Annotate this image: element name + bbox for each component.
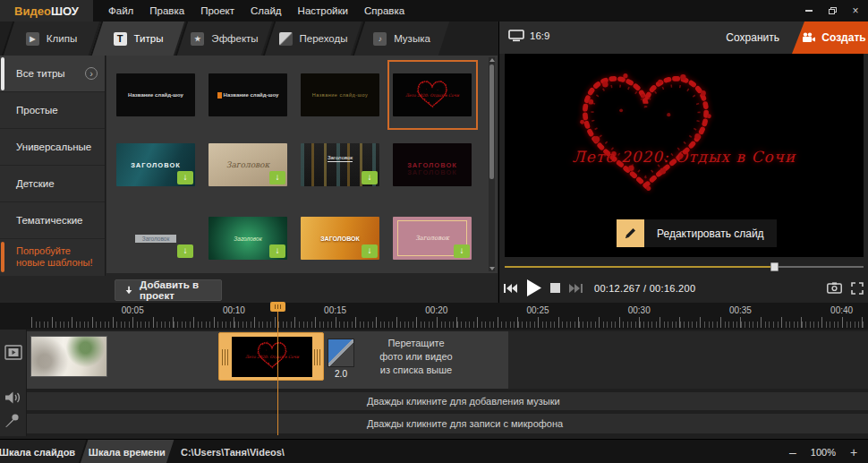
menu-item-6[interactable]: Справка — [356, 0, 413, 21]
sidebar-item-1[interactable]: Все титры› — [0, 56, 105, 92]
restore-button[interactable] — [823, 3, 841, 19]
trim-handle-right[interactable] — [311, 348, 323, 366]
tab-переходы[interactable]: Переходы — [263, 21, 362, 56]
ruler-label-00:30: 00:30 — [628, 305, 651, 315]
download-badge-icon[interactable]: ↓ — [269, 171, 285, 184]
download-badge-icon[interactable]: ↓ — [177, 171, 193, 184]
video-camera-icon — [802, 32, 816, 43]
tab-эффекты[interactable]: ★Эффекты — [175, 21, 272, 56]
promo-new-templates[interactable]: Попробуйтеновые шаблоны! — [0, 239, 105, 275]
timeline-zoom-controls: – 100% + — [786, 440, 861, 463]
create-button[interactable]: Создать — [792, 21, 868, 54]
fullscreen-icon[interactable] — [851, 282, 864, 295]
tab-icon-transition — [279, 32, 293, 46]
ruler-major-ticks — [31, 317, 864, 328]
menu-item-1[interactable]: Файл — [100, 0, 141, 21]
seek-bar[interactable] — [505, 262, 864, 271]
skip-start-button[interactable] — [499, 273, 522, 303]
minimize-button[interactable] — [800, 3, 818, 19]
download-badge-icon[interactable]: ↓ — [362, 244, 378, 258]
sidebar-item-5[interactable]: Тематические — [0, 202, 105, 239]
snapshot-icon[interactable] — [827, 282, 842, 294]
zoom-level-value: 100% — [811, 447, 836, 458]
scrollbar-thumb[interactable] — [489, 64, 494, 179]
play-button[interactable] — [522, 273, 546, 303]
create-label: Создать — [821, 31, 865, 44]
add-to-project-button[interactable]: Добавить в проект — [115, 279, 222, 301]
slide-clip-selected[interactable]: Лето 2020: Отдых в Сочи — [218, 332, 324, 381]
download-badge-icon[interactable]: ↓ — [177, 244, 193, 258]
template-scrollbar[interactable] — [489, 57, 495, 271]
aspect-ratio-control[interactable]: 16:9 — [508, 30, 549, 42]
playback-controls: 00:12.267 / 00:16.200 — [499, 273, 868, 303]
promo-line2: новые шаблоны! — [16, 257, 105, 269]
template-title: Заголовок — [234, 236, 261, 242]
menu-item-2[interactable]: Правка — [141, 0, 192, 21]
menu-item-4[interactable]: Слайд — [243, 0, 290, 21]
template-thumbnail-9[interactable]: Заголовок↓ — [116, 217, 195, 260]
sidebar-item-2[interactable]: Простые — [0, 92, 105, 129]
skip-next-button[interactable] — [565, 273, 587, 303]
tab-label: Переходы — [300, 33, 348, 44]
save-label: Сохранить — [726, 31, 779, 44]
template-thumbnail-3[interactable]: Название слайд-шоу — [301, 73, 379, 116]
sidebar-item-4[interactable]: Детские — [0, 166, 105, 202]
template-thumbnail-11[interactable]: ЗАГОЛОВОК↓ — [301, 217, 379, 260]
microphone-track[interactable]: Дважды кликните для записи с микрофона — [27, 414, 868, 433]
stop-button[interactable] — [546, 273, 565, 303]
tab-титры[interactable]: TТитры — [90, 21, 184, 56]
time-scale-tab[interactable]: Шкала времени — [81, 440, 174, 463]
download-badge-icon[interactable]: ↓ — [362, 171, 378, 184]
music-track[interactable]: Дважды кликните для добавления музыки — [27, 392, 868, 410]
edit-slide-button[interactable]: Редактировать слайд — [617, 219, 777, 247]
template-thumbnail-2[interactable]: Название слайд-шоу — [208, 73, 287, 116]
template-title: Заголовок — [135, 235, 177, 243]
template-title: ЗАГОЛОВОК — [320, 236, 360, 242]
tab-клипы[interactable]: ▶Клипы — [2, 21, 99, 56]
download-badge-icon[interactable]: ↓ — [269, 244, 285, 258]
music-track-icon — [4, 390, 21, 405]
save-button[interactable]: Сохранить — [719, 21, 787, 54]
title-bar: ВидеоШОУ ФайлПравкаПроектСлайдНастройкиС… — [0, 0, 868, 21]
timeline-ruler[interactable]: 00:0500:1000:1500:2000:2500:3000:3500:40 — [0, 303, 868, 330]
tab-музыка[interactable]: ♪Музыка — [353, 21, 449, 56]
template-thumbnail-7[interactable]: Заголовок↓ — [301, 143, 379, 186]
template-thumbnail-12[interactable]: Заголовок↓ — [393, 217, 472, 260]
tab-icon-T: T — [114, 32, 127, 46]
seek-handle[interactable] — [770, 262, 779, 271]
sidebar-item-label: Тематические — [16, 215, 83, 226]
pencil-icon — [617, 219, 644, 247]
seek-progress — [505, 266, 774, 268]
trim-handle-left[interactable] — [219, 348, 231, 366]
microphone-track-icon — [4, 413, 20, 428]
playhead-handle[interactable] — [270, 302, 285, 312]
template-thumbnail-8[interactable]: ЗАГОЛОВОК — [393, 143, 472, 186]
menu-item-5[interactable]: Настройки — [290, 0, 356, 21]
close-button[interactable]: × — [847, 3, 864, 19]
template-thumbnail-10[interactable]: Заголовок↓ — [208, 217, 287, 260]
tab-icon-star: ★ — [191, 32, 204, 46]
slides-scale-tab[interactable]: Шкала слайдов — [0, 440, 86, 463]
transition-clip[interactable] — [328, 339, 354, 367]
sidebar-item-3[interactable]: Универсальные — [0, 129, 105, 166]
download-badge-icon[interactable]: ↓ — [454, 244, 470, 258]
video-track-empty[interactable] — [508, 331, 868, 389]
scroll-down-icon[interactable] — [489, 267, 495, 270]
ruler-label-00:15: 00:15 — [324, 305, 346, 315]
template-thumbnail-1[interactable]: Название слайд-шоу — [116, 73, 195, 116]
zoom-in-button[interactable]: + — [847, 445, 861, 459]
video-track[interactable]: Лето 2020: Отдых в Сочи 2.0 Перетащите ф… — [27, 331, 508, 389]
template-thumbnail-5[interactable]: ЗАГОЛОВОК↓ — [116, 143, 195, 186]
template-thumbnail-6[interactable]: Заголовок↓ — [208, 143, 287, 186]
menu-item-3[interactable]: Проект — [192, 0, 243, 21]
minimize-icon — [805, 10, 813, 12]
chevron-right-icon: › — [85, 67, 98, 80]
heart-particles-graphic — [572, 67, 719, 197]
slide-clip-photo[interactable] — [30, 336, 107, 377]
promo-line1: Попробуйте — [16, 245, 105, 257]
play-icon — [526, 279, 541, 296]
track-header-column — [0, 330, 27, 436]
scroll-up-icon[interactable] — [489, 58, 495, 62]
zoom-out-button[interactable]: – — [786, 445, 800, 459]
slides-track-icon — [4, 345, 22, 360]
